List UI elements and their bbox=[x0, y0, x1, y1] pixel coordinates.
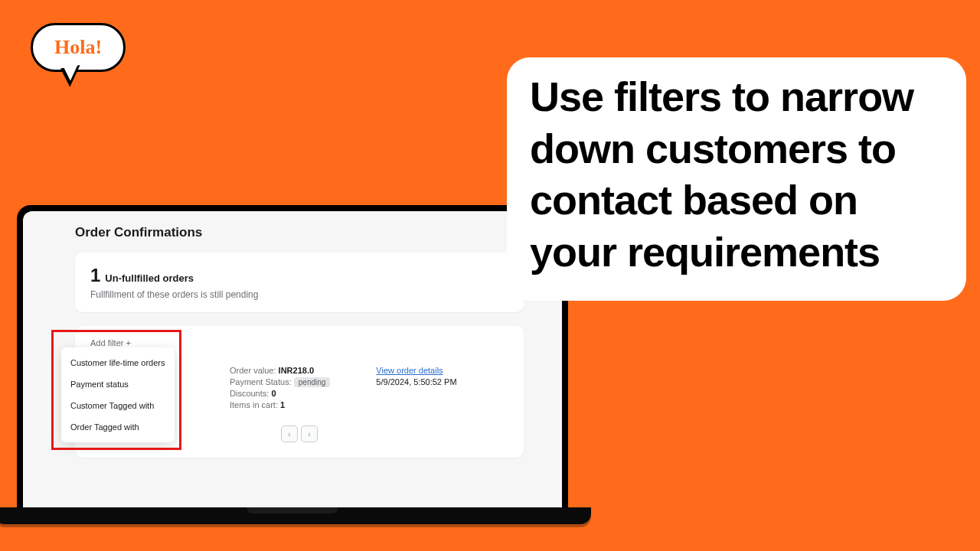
items-label: Items in cart: bbox=[230, 400, 280, 409]
speech-bubble-text: Hola! bbox=[54, 36, 102, 58]
order-timestamp: 5/9/2024, 5:50:52 PM bbox=[376, 377, 456, 386]
items-row: Items in cart: 1 bbox=[230, 400, 330, 409]
stats-header: 1 Un-fullfilled orders bbox=[90, 265, 508, 286]
order-value: INR218.0 bbox=[279, 366, 314, 375]
speech-bubble: Hola! bbox=[31, 23, 126, 72]
laptop-notch bbox=[247, 507, 338, 514]
page-title: Order Confirmations bbox=[75, 225, 524, 240]
laptop-mockup: Order Confirmations 1 Un-fullfilled orde… bbox=[17, 205, 568, 524]
laptop-base bbox=[0, 507, 591, 524]
filter-dropdown: Customer life-time orders Payment status… bbox=[61, 347, 175, 442]
filter-option-payment-status[interactable]: Payment status bbox=[61, 373, 175, 395]
callout-text: Use filters to narrow down customers to … bbox=[530, 71, 943, 278]
payment-status-badge: pending bbox=[294, 377, 331, 387]
app-viewport: Order Confirmations 1 Un-fullfilled orde… bbox=[23, 211, 562, 507]
view-order-details-link[interactable]: View order details bbox=[376, 366, 443, 375]
filter-option-lifetime-orders[interactable]: Customer life-time orders bbox=[61, 352, 175, 373]
discounts-label: Discounts: bbox=[230, 389, 271, 398]
filter-option-order-tagged[interactable]: Order Tagged with bbox=[61, 416, 175, 438]
stats-card: 1 Un-fullfilled orders Fullfillment of t… bbox=[75, 253, 524, 312]
view-details-row: View order details bbox=[376, 366, 456, 375]
callout-box: Use filters to narrow down customers to … bbox=[507, 57, 966, 301]
stats-label: Un-fullfilled orders bbox=[105, 272, 194, 284]
laptop-screen: Order Confirmations 1 Un-fullfilled orde… bbox=[17, 205, 568, 507]
pagination-next-button[interactable]: › bbox=[301, 425, 318, 442]
payment-status-label: Payment Status: bbox=[230, 377, 294, 386]
order-value-label: Order value: bbox=[230, 366, 279, 375]
filter-option-customer-tagged[interactable]: Customer Tagged with bbox=[61, 395, 175, 416]
stats-count: 1 bbox=[90, 265, 100, 286]
order-detail-right: View order details 5/9/2024, 5:50:52 PM bbox=[376, 366, 456, 412]
order-detail-left: Order value: INR218.0 Payment Status: pe… bbox=[230, 366, 330, 412]
discounts-value: 0 bbox=[271, 389, 276, 398]
discounts-row: Discounts: 0 bbox=[230, 389, 330, 398]
pagination-prev-button[interactable]: ‹ bbox=[281, 425, 298, 442]
orders-card: Add filter + Customer life-time orders P… bbox=[75, 326, 524, 458]
payment-status-row: Payment Status: pending bbox=[230, 377, 330, 386]
items-value: 1 bbox=[280, 400, 285, 409]
order-value-row: Order value: INR218.0 bbox=[230, 366, 330, 375]
stats-description: Fullfillment of these orders is still pe… bbox=[90, 289, 508, 300]
speech-bubble-tail bbox=[60, 65, 83, 88]
order-details: Order value: INR218.0 Payment Status: pe… bbox=[230, 366, 508, 412]
